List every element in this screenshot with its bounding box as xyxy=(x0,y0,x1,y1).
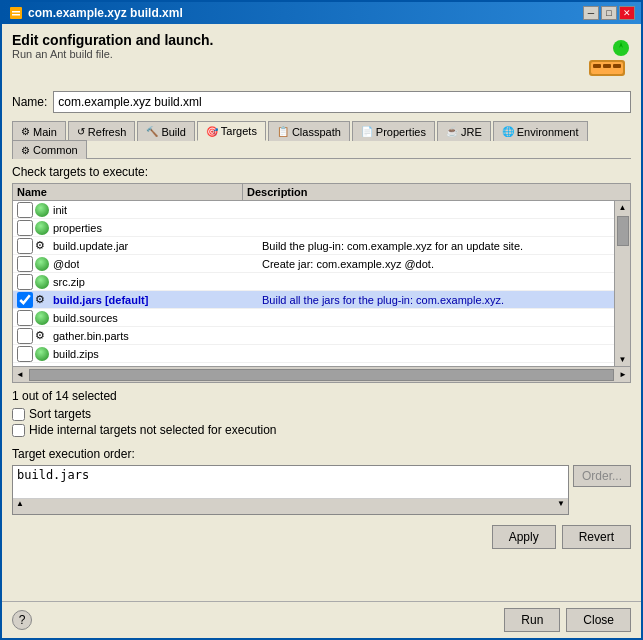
run-button[interactable]: Run xyxy=(504,608,560,632)
target-name-properties: properties xyxy=(53,221,258,235)
target-checkbox-gather-bin-parts[interactable] xyxy=(17,328,33,344)
apply-button[interactable]: Apply xyxy=(492,525,556,549)
target-desc-init xyxy=(258,209,614,211)
common-tab-icon: ⚙ xyxy=(21,145,30,156)
textarea-scroll-down[interactable]: ▼ xyxy=(554,499,568,514)
target-name-gather-bin-parts: gather.bin.parts xyxy=(53,329,258,343)
column-description-header: Description xyxy=(243,184,630,200)
title-bar-left: com.example.xyz build.xml xyxy=(8,5,183,21)
target-checkbox-init[interactable] xyxy=(17,202,33,218)
help-button[interactable]: ? xyxy=(12,610,32,630)
target-checkbox-build-zips[interactable] xyxy=(17,346,33,362)
tab-main[interactable]: ⚙ Main xyxy=(12,121,66,141)
tab-properties[interactable]: 📄 Properties xyxy=(352,121,435,141)
target-name-build-zips: build.zips xyxy=(53,347,258,361)
selection-count: 1 out of 14 selected xyxy=(12,389,631,403)
svg-rect-7 xyxy=(613,64,621,68)
scroll-up-arrow[interactable]: ▲ xyxy=(617,201,629,214)
tab-jre[interactable]: ☕ JRE xyxy=(437,121,491,141)
gear-icon: ⚙ xyxy=(35,293,49,307)
maximize-button[interactable]: □ xyxy=(601,6,617,20)
scroll-thumb[interactable] xyxy=(617,216,629,246)
target-checkbox-properties[interactable] xyxy=(17,220,33,236)
target-name-init: init xyxy=(53,203,258,217)
main-tab-icon: ⚙ xyxy=(21,126,30,137)
hide-internal-checkbox[interactable] xyxy=(12,424,25,437)
target-checkbox-dot[interactable] xyxy=(17,256,33,272)
target-checkbox-build-update-jar[interactable] xyxy=(17,238,33,254)
tab-targets[interactable]: 🎯 Targets xyxy=(197,121,266,141)
apply-revert-row: Apply Revert xyxy=(12,525,631,549)
target-desc-dot: Create jar: com.example.xyz @dot. xyxy=(258,257,614,271)
sort-targets-checkbox[interactable] xyxy=(12,408,25,421)
column-name-header: Name xyxy=(13,184,243,200)
jre-tab-icon: ☕ xyxy=(446,126,458,137)
build-tab-icon: 🔨 xyxy=(146,126,158,137)
target-desc-gather-bin-parts xyxy=(258,335,614,337)
window-title: com.example.xyz build.xml xyxy=(28,6,183,20)
close-button[interactable]: Close xyxy=(566,608,631,632)
table-row[interactable]: src.zip xyxy=(13,273,614,291)
ant-icon xyxy=(583,32,631,80)
target-desc-build-sources xyxy=(258,317,614,319)
main-window: com.example.xyz build.xml ─ □ ✕ Edit con… xyxy=(0,0,643,640)
tab-jre-label: JRE xyxy=(461,126,482,138)
tab-environment-label: Environment xyxy=(517,126,579,138)
targets-tab-icon: 🎯 xyxy=(206,126,218,137)
env-tab-icon: 🌐 xyxy=(502,126,514,137)
scroll-down-arrow[interactable]: ▼ xyxy=(617,353,629,366)
close-window-button[interactable]: ✕ xyxy=(619,6,635,20)
target-name-dot: @dot xyxy=(53,257,258,271)
table-row[interactable]: ⚙ build.update.jar Build the plug-in: co… xyxy=(13,237,614,255)
name-input[interactable] xyxy=(53,91,631,113)
minimize-button[interactable]: ─ xyxy=(583,6,599,20)
green-dot-icon xyxy=(35,275,49,289)
scroll-left-arrow[interactable]: ◄ xyxy=(13,367,27,382)
target-desc-build-update-jar: Build the plug-in: com.example.xyz for a… xyxy=(258,239,614,253)
footer-buttons: Run Close xyxy=(504,608,631,632)
header-row: Edit configuration and launch. Run an An… xyxy=(12,32,631,83)
targets-section-label: Check targets to execute: xyxy=(12,165,631,179)
targets-panel: Name Description init xyxy=(12,183,631,383)
dialog-title: Edit configuration and launch. xyxy=(12,32,213,48)
tab-refresh[interactable]: ↺ Refresh xyxy=(68,121,136,141)
table-row[interactable]: properties xyxy=(13,219,614,237)
target-name-src-zip: src.zip xyxy=(53,275,258,289)
tab-build[interactable]: 🔨 Build xyxy=(137,121,194,141)
targets-table-body: init properties xyxy=(13,201,614,366)
tab-classpath[interactable]: 📋 Classpath xyxy=(268,121,350,141)
revert-button[interactable]: Revert xyxy=(562,525,631,549)
tab-common[interactable]: ⚙ Common xyxy=(12,140,87,159)
table-row[interactable]: build.zips xyxy=(13,345,614,363)
h-scroll-thumb[interactable] xyxy=(29,369,614,381)
sort-targets-label: Sort targets xyxy=(29,407,91,421)
tab-refresh-label: Refresh xyxy=(88,126,127,138)
execution-row: build.jars ▲ ▼ Order... xyxy=(12,465,631,515)
dialog-subtitle: Run an Ant build file. xyxy=(12,48,213,60)
green-dot-icon xyxy=(35,347,49,361)
order-button[interactable]: Order... xyxy=(573,465,631,487)
table-row[interactable]: build.sources xyxy=(13,309,614,327)
target-checkbox-src-zip[interactable] xyxy=(17,274,33,290)
target-checkbox-build-sources[interactable] xyxy=(17,310,33,326)
tab-environment[interactable]: 🌐 Environment xyxy=(493,121,588,141)
execution-order-textarea[interactable]: build.jars xyxy=(13,466,568,498)
window-body: Edit configuration and launch. Run an An… xyxy=(2,24,641,601)
textarea-scroll-up[interactable]: ▲ xyxy=(13,499,27,514)
table-row[interactable]: ⚙ gather.bin.parts xyxy=(13,327,614,345)
target-name-build-sources: build.sources xyxy=(53,311,258,325)
target-desc-src-zip xyxy=(258,281,614,283)
table-row[interactable]: ⚙ build.jars [default] Build all the jar… xyxy=(13,291,614,309)
title-bar: com.example.xyz build.xml ─ □ ✕ xyxy=(2,2,641,24)
green-dot-icon xyxy=(35,311,49,325)
target-checkbox-build-jars[interactable] xyxy=(17,292,33,308)
target-desc-build-zips xyxy=(258,353,614,355)
table-row[interactable]: @dot Create jar: com.example.xyz @dot. xyxy=(13,255,614,273)
scroll-right-arrow[interactable]: ► xyxy=(616,367,630,382)
green-dot-icon xyxy=(35,221,49,235)
target-desc-build-jars: Build all the jars for the plug-in: com.… xyxy=(258,293,614,307)
horizontal-scrollbar[interactable]: ◄ ► xyxy=(13,366,630,382)
vertical-scrollbar[interactable]: ▲ ▼ xyxy=(614,201,630,366)
table-row[interactable]: init xyxy=(13,201,614,219)
svg-rect-0 xyxy=(10,7,22,19)
